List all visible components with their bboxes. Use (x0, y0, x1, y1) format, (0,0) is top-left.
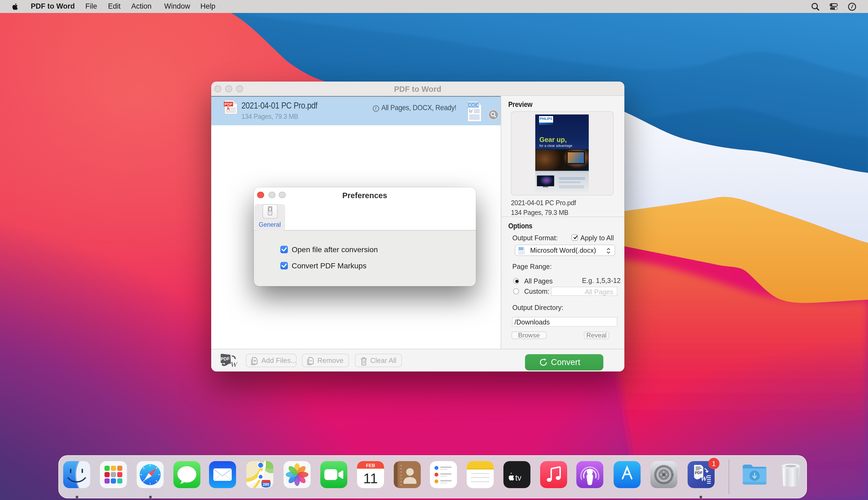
svg-text:tv: tv (515, 473, 521, 482)
svg-text:DOCX: DOCX (518, 247, 524, 250)
svg-text:PDF: PDF (224, 102, 233, 106)
svg-text:FEB: FEB (366, 463, 375, 468)
svg-text:W: W (230, 360, 238, 369)
svg-text:W: W (700, 474, 708, 482)
svg-text:11: 11 (363, 470, 377, 486)
svg-text:DOCX: DOCX (467, 103, 479, 107)
svg-text:W: W (468, 108, 473, 114)
svg-text:PDF: PDF (220, 356, 229, 362)
svg-text:280: 280 (263, 482, 269, 486)
